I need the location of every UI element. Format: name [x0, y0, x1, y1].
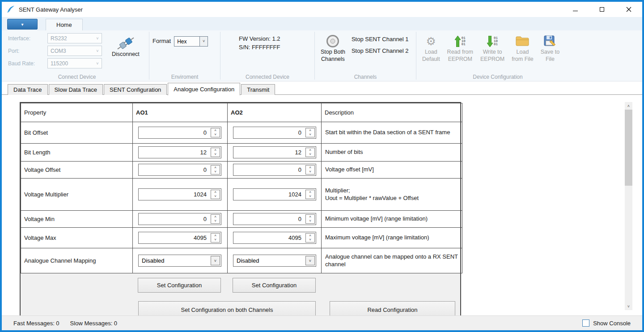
group-device-configuration: ⚙ Load Default 01 10 01 Read from EEPROM… [417, 30, 579, 81]
page-tab-strip: Data Trace Slow Data Trace SENT Configur… [2, 81, 642, 95]
spinner-arrows[interactable]: ˄˅ [305, 233, 315, 243]
group-label-connected-device: Connected Device [221, 74, 314, 80]
spinner-voltage-multiplier-ao1[interactable]: 1024 ˄˅ [138, 188, 221, 200]
spinner-voltage-min-ao1[interactable]: 0 ˄˅ [138, 213, 221, 225]
stop-both-channels-button[interactable]: Stop Both Channels [318, 32, 348, 64]
group-label-environment: Enviroment [150, 74, 220, 80]
spinner-voltage-offset-ao1[interactable]: 0 ˄˅ [138, 164, 221, 176]
spinner-voltage-offset-ao2[interactable]: 0 ˄˅ [233, 164, 316, 176]
group-label-channels: Channels [315, 74, 415, 80]
spin-down-icon: ˅ [211, 170, 220, 175]
gear-icon: ⚙ [426, 34, 436, 49]
app-window: SENT Gateway Analyser ▾ Home Interface: … [0, 0, 644, 332]
spin-down-icon: ˅ [211, 238, 220, 243]
folder-icon [516, 34, 529, 49]
group-connect-device: Interface: RS232 ˅ Port: COM3 ˅ [5, 30, 148, 81]
show-console-checkbox[interactable] [582, 319, 589, 327]
fw-version-text: FW Version: 1.2 [239, 35, 280, 42]
spinner-arrows[interactable]: ˄˅ [211, 128, 220, 137]
baud-rate-combo: 115200 ˅ [47, 58, 102, 68]
set-configuration-ao2-button[interactable]: Set Configuration [233, 278, 316, 293]
analogue-configuration-panel: Property AO1 AO2 Description Bit Offset … [2, 95, 642, 315]
scroll-up-button[interactable]: ˄ [625, 102, 632, 110]
show-console-label: Show Console [593, 320, 631, 327]
read-configuration-button[interactable]: Read Configuration [330, 301, 455, 315]
scroll-thumb[interactable] [625, 110, 632, 186]
spin-up-icon: ˄ [306, 128, 314, 133]
load-default-button[interactable]: ⚙ Load Default [419, 32, 443, 64]
set-configuration-both-button[interactable]: Set Configuration on both Channels [138, 301, 316, 315]
write-to-eeprom-button[interactable]: 01 10 01 Write to EEPROM [478, 32, 507, 64]
spinner-arrows[interactable]: ˄˅ [305, 190, 315, 199]
spinner-arrows[interactable]: ˄˅ [211, 233, 220, 243]
serial-number-text: S/N: FFFFFFFF [239, 44, 280, 51]
tab-sent-configuration[interactable]: SENT Configuration [104, 84, 167, 95]
spinner-bit-length-ao2[interactable]: 12 ˄˅ [233, 146, 316, 158]
table-footer: Set Configuration Set Configuration Set … [21, 273, 460, 315]
spinner-arrows[interactable]: ˄˅ [211, 190, 220, 199]
group-separator [149, 32, 149, 80]
chevron-down-icon[interactable]: ˅ [211, 256, 220, 265]
load-from-file-button[interactable]: Load from File [509, 32, 536, 64]
table-row: Bit Length 12 ˄˅ 12 ˄˅ Number of bits [21, 144, 462, 162]
combo-analogue-mapping-ao2[interactable]: Disabled ˅ [233, 255, 316, 267]
tab-data-trace[interactable]: Data Trace [8, 84, 48, 95]
vertical-scrollbar[interactable]: ˄ ˅ [625, 102, 632, 310]
spin-down-icon: ˅ [211, 133, 220, 137]
set-configuration-ao1-button[interactable]: Set Configuration [138, 278, 221, 293]
ribbon-tab-home[interactable]: Home [46, 19, 83, 30]
chevron-down-icon: ˅ [93, 61, 102, 66]
save-to-file-button[interactable]: Save to File [538, 32, 562, 64]
tab-transmit[interactable]: Transmit [241, 84, 275, 95]
spinner-arrows[interactable]: ˄˅ [305, 165, 315, 175]
chevron-down-icon[interactable]: ˅ [305, 256, 315, 265]
minimize-button[interactable] [562, 2, 589, 17]
app-menu-button[interactable]: ▾ [7, 19, 38, 30]
scroll-down-button[interactable]: ˅ [625, 302, 632, 310]
spinner-arrows[interactable]: ˄˅ [305, 128, 315, 137]
stop-sent-channel-1-button[interactable]: Stop SENT Channel 1 [350, 35, 411, 43]
column-header-ao2: AO2 [228, 103, 322, 122]
spinner-bit-offset-ao2[interactable]: 0 ˄˅ [233, 127, 316, 139]
spinner-voltage-min-ao2[interactable]: 0 ˄˅ [233, 213, 316, 225]
spin-down-icon: ˅ [306, 133, 314, 137]
status-bar: Fast Messages: 0 Slow Messages: 0 Show C… [2, 315, 642, 330]
table-row: Voltage Offset 0 ˄˅ 0 ˄˅ Voltage offset … [21, 162, 462, 179]
spinner-arrows[interactable]: ˄˅ [211, 214, 220, 224]
spin-down-icon: ˅ [211, 219, 220, 224]
read-from-eeprom-button[interactable]: 01 10 01 Read from EEPROM [445, 32, 476, 64]
close-button[interactable] [615, 2, 642, 17]
maximize-icon [600, 7, 604, 12]
combo-analogue-mapping-ao1[interactable]: Disabled ˅ [138, 255, 221, 267]
ribbon-tab-strip: ▾ Home [2, 17, 642, 30]
port-combo: COM3 ˅ [47, 46, 102, 56]
connector-plug-icon [116, 36, 136, 51]
spin-up-icon: ˄ [211, 166, 220, 170]
spinner-bit-offset-ao1[interactable]: 0 ˄˅ [138, 127, 221, 139]
spinner-voltage-multiplier-ao2[interactable]: 1024 ˄˅ [233, 188, 316, 200]
close-icon [626, 7, 631, 12]
spinner-voltage-max-ao2[interactable]: 4095 ˄˅ [233, 232, 316, 244]
tab-slow-data-trace[interactable]: Slow Data Trace [49, 84, 103, 95]
spinner-arrows[interactable]: ˄˅ [305, 214, 315, 224]
spin-up-icon: ˄ [211, 148, 220, 153]
spinner-arrows[interactable]: ˄˅ [211, 148, 220, 157]
spinner-arrows[interactable]: ˄˅ [211, 165, 220, 175]
caret-down-icon: ▾ [21, 22, 23, 27]
fast-messages-counter: Fast Messages: 0 [13, 320, 59, 327]
spinner-bit-length-ao1[interactable]: 12 ˄˅ [138, 146, 221, 158]
slow-messages-counter: Slow Messages: 0 [70, 320, 118, 327]
spinner-voltage-max-ao1[interactable]: 4095 ˄˅ [138, 232, 221, 244]
ribbon: Interface: RS232 ˅ Port: COM3 ˅ [2, 30, 642, 81]
window-controls [562, 2, 642, 17]
tab-analogue-configuration[interactable]: Analogue Configuration [168, 83, 240, 95]
format-combo[interactable]: Hex ˅ [174, 36, 208, 47]
spin-up-icon: ˄ [211, 190, 220, 195]
chevron-down-icon: ˅ [93, 49, 102, 53]
spinner-arrows[interactable]: ˄˅ [305, 148, 315, 157]
window-title: SENT Gateway Analyser [19, 6, 83, 13]
stop-sent-channel-2-button[interactable]: Stop SENT Channel 2 [350, 47, 411, 55]
maximize-button[interactable] [589, 2, 615, 17]
column-header-property: Property [21, 103, 133, 122]
disconnect-button[interactable]: Disconnect [109, 34, 142, 60]
